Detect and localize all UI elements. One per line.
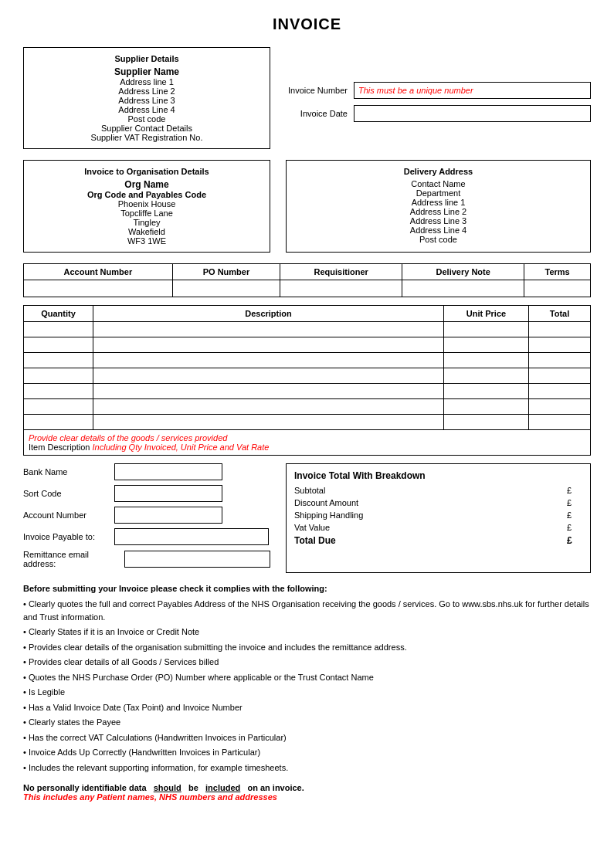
sort-code-label: Sort Code bbox=[23, 489, 108, 498]
order-req-cell bbox=[280, 280, 402, 297]
warning-suffix: on an invoice. bbox=[247, 783, 304, 792]
items-row-2 bbox=[24, 337, 591, 353]
shipping-currency: £ bbox=[567, 510, 582, 520]
invoice-date-label: Invoice Date bbox=[286, 109, 348, 118]
items-row-7 bbox=[24, 415, 591, 430]
items-row-3 bbox=[24, 353, 591, 368]
delivery-address4: Address Line 4 bbox=[294, 225, 582, 235]
warning-line1: No personally identifiable data should b… bbox=[23, 783, 591, 792]
supplier-address4: Address Line 4 bbox=[32, 105, 262, 114]
checklist-section: Before submitting your Invoice please ch… bbox=[23, 584, 591, 774]
order-terms-cell bbox=[524, 280, 591, 297]
delivery-contact: Contact Name bbox=[294, 179, 582, 188]
payable-to-label: Invoice Payable to: bbox=[23, 532, 108, 541]
order-dn-cell bbox=[402, 280, 524, 297]
invoice-number-label: Invoice Number bbox=[286, 86, 348, 95]
order-table-section: Account Number PO Number Requisitioner D… bbox=[23, 263, 591, 297]
items-note-cell: Provide clear details of the goods / ser… bbox=[24, 430, 591, 456]
supplier-vat: Supplier VAT Registration No. bbox=[32, 133, 262, 142]
warning-spacer3 bbox=[201, 783, 203, 792]
warning-line2: This includes any Patient names, NHS num… bbox=[23, 792, 591, 802]
supplier-address2: Address Line 2 bbox=[32, 86, 262, 96]
invoice-date-row: Invoice Date bbox=[286, 105, 591, 122]
checklist-title: Before submitting your Invoice please ch… bbox=[23, 584, 591, 593]
org-address3: Tingley bbox=[32, 218, 262, 227]
checklist-item-5: • Is Legible bbox=[23, 686, 591, 699]
checklist-item-4: • Quotes the NHS Purchase Order (PO) Num… bbox=[23, 671, 591, 684]
items-row-5 bbox=[24, 384, 591, 399]
bank-section: Bank Name Sort Code Account Number Invoi… bbox=[23, 463, 270, 573]
remittance-input[interactable] bbox=[124, 551, 270, 568]
total-title: Invoice Total With Breakdown bbox=[294, 470, 582, 481]
items-table-section: Quantity Description Unit Price Total Pr… bbox=[23, 305, 591, 456]
order-table: Account Number PO Number Requisitioner D… bbox=[23, 263, 591, 297]
items-table: Quantity Description Unit Price Total Pr… bbox=[23, 305, 591, 456]
checklist-item-0: • Clearly quotes the full and correct Pa… bbox=[23, 598, 591, 623]
total-due-label: Total Due bbox=[294, 535, 336, 546]
items-row-6 bbox=[24, 399, 591, 415]
payable-to-row: Invoice Payable to: bbox=[23, 528, 270, 545]
delivery-address1: Address line 1 bbox=[294, 198, 582, 207]
col-terms: Terms bbox=[524, 264, 591, 280]
payable-to-input[interactable] bbox=[114, 528, 269, 545]
supplier-address1: Address line 1 bbox=[32, 77, 262, 86]
delivery-department: Department bbox=[294, 188, 582, 198]
sort-code-input[interactable] bbox=[114, 485, 222, 502]
invoice-fields: Invoice Number This must be a unique num… bbox=[286, 47, 591, 149]
warning-included: included bbox=[205, 783, 240, 792]
invoice-date-input[interactable] bbox=[354, 105, 591, 122]
warning-spacer1 bbox=[149, 783, 151, 792]
delivery-box: Delivery Address Contact Name Department… bbox=[286, 160, 591, 253]
org-box-title: Invoice to Organisation Details bbox=[32, 167, 262, 176]
checklist-item-2: • Provides clear details of the organisa… bbox=[23, 641, 591, 654]
shipping-row: Shipping Handling £ bbox=[294, 510, 582, 520]
warning-section: No personally identifiable data should b… bbox=[23, 783, 591, 802]
col-quantity: Quantity bbox=[24, 306, 93, 322]
org-name: Org Name bbox=[32, 179, 262, 190]
org-address4: Wakefield bbox=[32, 227, 262, 236]
total-due-row: Total Due £ bbox=[294, 535, 582, 546]
delivery-address3: Address Line 3 bbox=[294, 216, 582, 225]
bank-name-row: Bank Name bbox=[23, 463, 270, 480]
org-code: Org Code and Payables Code bbox=[32, 190, 262, 199]
warning-prefix: No personally identifiable data bbox=[23, 783, 147, 792]
bank-name-label: Bank Name bbox=[23, 467, 108, 476]
supplier-box-title: Supplier Details bbox=[32, 54, 262, 63]
remittance-label: Remittance email address: bbox=[23, 550, 118, 568]
delivery-postcode: Post code bbox=[294, 235, 582, 244]
col-total: Total bbox=[529, 306, 591, 322]
warning-be: be bbox=[188, 783, 198, 792]
warning-spacer4 bbox=[243, 783, 245, 792]
discount-currency: £ bbox=[567, 498, 582, 507]
items-note-row: Provide clear details of the goods / ser… bbox=[24, 430, 591, 456]
col-unit-price: Unit Price bbox=[444, 306, 529, 322]
org-postcode: WF3 1WE bbox=[32, 236, 262, 246]
checklist-item-1: • Clearly States if it is an Invoice or … bbox=[23, 626, 591, 639]
discount-label: Discount Amount bbox=[294, 498, 358, 507]
bank-name-input[interactable] bbox=[114, 463, 222, 480]
invoice-number-input[interactable]: This must be a unique number bbox=[354, 82, 591, 99]
supplier-contact: Supplier Contact Details bbox=[32, 124, 262, 133]
col-requisitioner: Requisitioner bbox=[280, 264, 402, 280]
checklist-item-6: • Has a Valid Invoice Date (Tax Point) a… bbox=[23, 701, 591, 714]
vat-currency: £ bbox=[567, 523, 582, 532]
bottom-section: Bank Name Sort Code Account Number Invoi… bbox=[23, 463, 591, 573]
shipping-label: Shipping Handling bbox=[294, 510, 363, 520]
warning-spacer2 bbox=[184, 783, 186, 792]
col-delivery-note: Delivery Note bbox=[402, 264, 524, 280]
remittance-row: Remittance email address: bbox=[23, 550, 270, 568]
order-account-cell bbox=[24, 280, 173, 297]
checklist-item-10: • Includes the relevant supporting infor… bbox=[23, 761, 591, 775]
supplier-address3: Address Line 3 bbox=[32, 96, 262, 105]
checklist-item-8: • Has the correct VAT Calculations (Hand… bbox=[23, 731, 591, 744]
supplier-box: Supplier Details Supplier Name Address l… bbox=[23, 47, 270, 149]
account-number-row: Account Number bbox=[23, 507, 270, 524]
items-body: Provide clear details of the goods / ser… bbox=[24, 322, 591, 456]
discount-row: Discount Amount £ bbox=[294, 498, 582, 507]
items-note-prefix: Item Description bbox=[29, 442, 93, 452]
col-account-number: Account Number bbox=[24, 264, 173, 280]
checklist-item-9: • Invoice Adds Up Correctly (Handwritten… bbox=[23, 746, 591, 759]
checklist-item-3: • Provides clear details of all Goods / … bbox=[23, 656, 591, 669]
col-po-number: PO Number bbox=[172, 264, 280, 280]
account-number-input[interactable] bbox=[114, 507, 222, 524]
